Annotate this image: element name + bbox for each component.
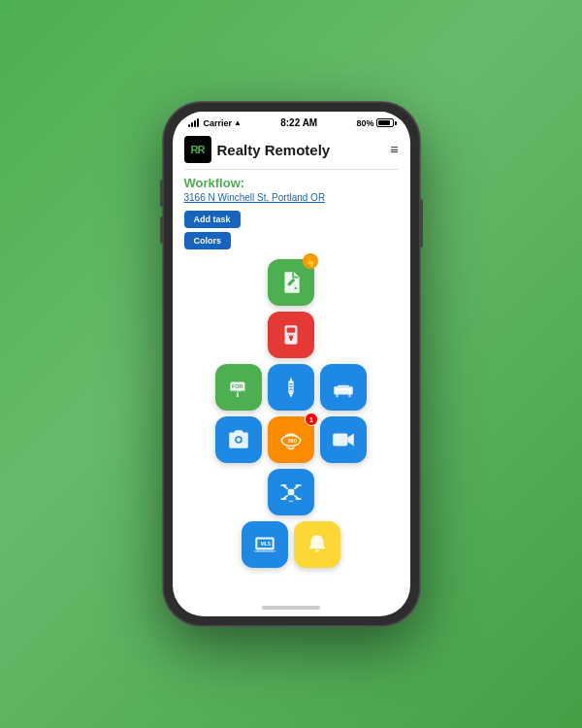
svg-rect-6 [293, 334, 295, 336]
drone-icon-button[interactable] [268, 469, 314, 515]
signal-bars [188, 118, 199, 127]
svg-rect-21 [348, 395, 350, 398]
sign-icon-button[interactable]: FOR SALE [215, 364, 262, 411]
workflow-label: Workflow: [184, 176, 399, 190]
svg-rect-1 [287, 327, 296, 332]
mls-icon-button[interactable]: MLS [242, 521, 288, 568]
repairs-svg [278, 375, 304, 400]
tour360-svg: 360 [278, 427, 304, 452]
action-buttons: Add task Colors [184, 211, 399, 249]
wifi-icon: ▲ [234, 118, 242, 127]
badge-360: 1 [305, 413, 318, 426]
svg-rect-18 [334, 386, 338, 395]
svg-marker-12 [288, 391, 295, 398]
icon-grid: 👆 [184, 259, 399, 568]
svg-rect-26 [333, 434, 347, 447]
document-icon-button[interactable]: 👆 [268, 259, 314, 306]
svg-rect-4 [288, 334, 290, 336]
lockbox-icon-button[interactable] [268, 312, 314, 358]
icon-row-4: 1 360 [215, 416, 367, 463]
photo-svg [226, 427, 251, 452]
home-bar [262, 606, 320, 610]
lockbox-svg [278, 322, 304, 347]
svg-point-34 [280, 498, 287, 500]
app-content: RR Realty Remotely ≡ Workflow: 3166 N Wi… [173, 130, 410, 599]
drone-svg [278, 480, 304, 505]
staging-svg [331, 375, 356, 400]
phone-device: Carrier ▲ 8:22 AM 80% RR Realty Remotely… [163, 102, 420, 626]
status-right: 80% [356, 118, 394, 128]
svg-rect-19 [349, 386, 353, 395]
app-logo: RR [184, 136, 211, 163]
app-header: RR Realty Remotely ≡ [184, 136, 399, 170]
icon-row-1: 👆 [268, 259, 314, 306]
repairs-icon-button[interactable] [268, 364, 314, 411]
svg-point-32 [280, 484, 287, 486]
notify-icon-button[interactable] [294, 521, 340, 568]
svg-text:FOR: FOR [232, 383, 243, 389]
svg-text:360: 360 [287, 438, 298, 444]
photo-icon-button[interactable] [215, 416, 262, 463]
video-svg [331, 427, 356, 452]
home-indicator [173, 599, 410, 616]
svg-point-35 [295, 498, 302, 500]
status-bar: Carrier ▲ 8:22 AM 80% [173, 112, 410, 130]
svg-rect-5 [290, 334, 292, 336]
staging-icon-button[interactable] [320, 364, 367, 411]
mls-svg: MLS [252, 532, 277, 557]
app-title: Realty Remotely [217, 142, 385, 158]
svg-rect-3 [290, 339, 292, 341]
status-left: Carrier ▲ [188, 118, 242, 128]
svg-rect-27 [288, 489, 295, 496]
icon-row-5 [268, 469, 314, 515]
carrier-label: Carrier [204, 118, 233, 128]
battery-percent: 80% [356, 118, 373, 128]
icon-row-6: MLS [242, 521, 340, 568]
notify-svg [305, 532, 330, 557]
logo-text: RR [191, 144, 205, 155]
svg-point-33 [295, 484, 302, 486]
document-svg [278, 270, 304, 295]
hamburger-icon[interactable]: ≡ [390, 142, 398, 157]
svg-point-23 [237, 438, 241, 442]
icon-row-2 [268, 312, 314, 358]
video-icon-button[interactable] [320, 416, 367, 463]
svg-rect-20 [336, 395, 338, 398]
sign-svg: FOR SALE [226, 375, 251, 400]
add-task-button[interactable]: Add task [184, 211, 241, 228]
workflow-address[interactable]: 3166 N Winchell St, Portland OR [184, 192, 399, 203]
svg-text:SALE: SALE [231, 390, 244, 395]
colors-button[interactable]: Colors [184, 232, 232, 249]
svg-rect-17 [338, 385, 350, 390]
status-time: 8:22 AM [280, 117, 317, 128]
icon-row-3: FOR SALE [215, 364, 367, 411]
svg-text:MLS: MLS [261, 542, 272, 546]
phone-screen: Carrier ▲ 8:22 AM 80% RR Realty Remotely… [173, 112, 410, 616]
tour360-icon-button[interactable]: 1 360 [268, 416, 314, 463]
battery-icon [376, 118, 394, 127]
